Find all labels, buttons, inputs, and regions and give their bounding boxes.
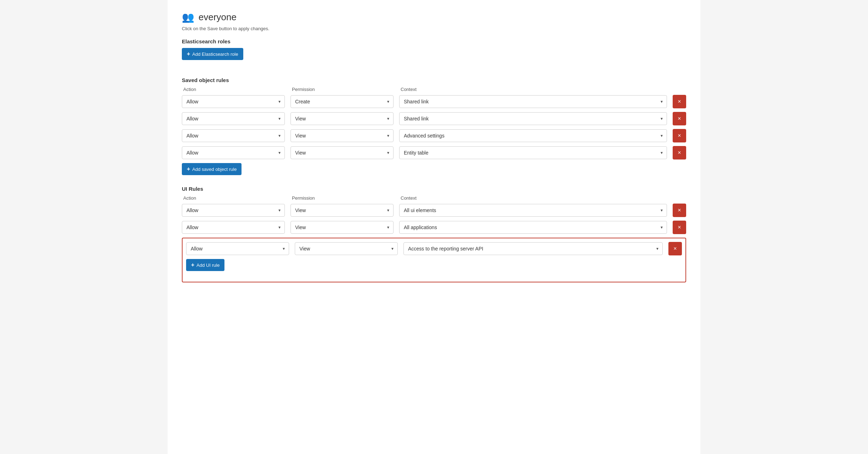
delete-rule-button[interactable]: × [673, 146, 686, 160]
group-icon: 👥 [182, 11, 194, 23]
action-col-header: Action [183, 195, 286, 201]
page-subtitle: Click on the Save button to apply change… [182, 26, 686, 31]
action-select[interactable]: AllowDeny [182, 95, 285, 108]
highlighted-ui-rule-block: AllowDeny ▾ ViewCreateEditDelete ▾ Acces… [182, 238, 686, 282]
action-select[interactable]: AllowDeny [186, 242, 289, 255]
context-select-wrap: Shared linkAdvanced settingsEntity table… [399, 112, 667, 125]
action-select-wrap: AllowDeny ▾ [182, 129, 285, 142]
context-select[interactable]: All ui elementsAll applicationsAccess to… [399, 204, 667, 217]
context-select-wrap: Shared linkAdvanced settingsEntity table… [399, 95, 667, 108]
permission-select-wrap: ViewCreateEditDelete ▾ [291, 129, 394, 142]
permission-select[interactable]: ViewCreateEditDelete [291, 204, 394, 217]
add-saved-object-rule-button[interactable]: + Add saved object rule [182, 163, 242, 175]
permission-col-header: Permission [292, 87, 395, 92]
permission-select[interactable]: ViewCreateEditDelete [291, 221, 394, 234]
elasticsearch-roles-section: Elasticsearch roles + Add Elasticsearch … [182, 38, 686, 67]
action-col-header: Action [183, 87, 286, 92]
ui-rules-title: UI Rules [182, 186, 686, 192]
context-select[interactable]: Entity tableShared linkAdvanced settings [399, 146, 667, 159]
action-select-wrap: AllowDeny ▾ [182, 221, 285, 234]
context-select-wrap: Entity tableShared linkAdvanced settings… [399, 146, 667, 159]
saved-object-rule-row: AllowDeny ▾ ViewCreateEditDelete ▾ Share… [182, 112, 686, 125]
context-col-header: Context [401, 87, 685, 92]
ui-rule-row: AllowDeny ▾ ViewCreateEditDelete ▾ All a… [182, 221, 686, 234]
context-select[interactable]: Shared linkAdvanced settingsEntity table [399, 112, 667, 125]
permission-select-wrap: CreateViewEditDelete ▾ [291, 95, 394, 108]
action-select[interactable]: AllowDeny [182, 204, 285, 217]
action-select-wrap: AllowDeny ▾ [186, 242, 289, 255]
permission-col-header: Permission [292, 195, 395, 201]
add-saved-object-rule-label: Add saved object rule [192, 167, 237, 172]
context-select-wrap: All ui elementsAll applicationsAccess to… [399, 204, 667, 217]
permission-select[interactable]: ViewCreateEditDelete [295, 242, 398, 255]
delete-rule-button[interactable]: × [673, 221, 686, 234]
permission-select-wrap: ViewCreateEditDelete ▾ [291, 112, 394, 125]
saved-object-rules-title: Saved object rules [182, 77, 686, 83]
add-elasticsearch-role-label: Add Elasticsearch role [192, 52, 238, 57]
context-select[interactable]: Access to the reporting server APIAll ui… [403, 242, 663, 255]
ui-rule-row-highlighted: AllowDeny ▾ ViewCreateEditDelete ▾ Acces… [186, 242, 682, 255]
main-page: 👥 everyone Click on the Save button to a… [168, 0, 700, 454]
action-select-wrap: AllowDeny ▾ [182, 146, 285, 159]
page-title: everyone [199, 12, 237, 23]
delete-rule-button[interactable]: × [673, 112, 686, 125]
context-col-header: Context [401, 195, 685, 201]
action-select-wrap: AllowDeny ▾ [182, 204, 285, 217]
action-select[interactable]: AllowDeny [182, 112, 285, 125]
permission-select-wrap: ViewCreateEditDelete ▾ [291, 146, 394, 159]
permission-select[interactable]: ViewCreateEditDelete [291, 146, 394, 159]
saved-object-rule-row: AllowDeny ▾ CreateViewEditDelete ▾ Share… [182, 95, 686, 108]
add-ui-rule-wrapper: + Add UI rule [186, 259, 682, 278]
page-header: 👥 everyone [182, 11, 686, 23]
add-ui-rule-label: Add UI rule [196, 263, 219, 268]
action-select[interactable]: AllowDeny [182, 146, 285, 159]
permission-select-wrap: ViewCreateEditDelete ▾ [291, 221, 394, 234]
delete-rule-button[interactable]: × [673, 95, 686, 108]
action-select[interactable]: AllowDeny [182, 129, 285, 142]
action-select-wrap: AllowDeny ▾ [182, 112, 285, 125]
plus-icon: + [187, 51, 190, 57]
add-elasticsearch-role-button[interactable]: + Add Elasticsearch role [182, 48, 243, 60]
action-select-wrap: AllowDeny ▾ [182, 95, 285, 108]
context-select-wrap: All applicationsAll ui elementsAccess to… [399, 221, 667, 234]
delete-rule-button[interactable]: × [668, 242, 682, 255]
ui-rule-row: AllowDeny ▾ ViewCreateEditDelete ▾ All u… [182, 204, 686, 217]
plus-icon: + [191, 262, 194, 268]
permission-select[interactable]: ViewCreateEditDelete [291, 129, 394, 142]
ui-rules-section: UI Rules Action Permission Context Allow… [182, 186, 686, 282]
saved-object-rules-section: Saved object rules Action Permission Con… [182, 77, 686, 182]
saved-object-rules-col-headers: Action Permission Context [182, 87, 686, 92]
saved-object-rule-row: AllowDeny ▾ ViewCreateEditDelete ▾ Advan… [182, 129, 686, 142]
context-select[interactable]: Advanced settingsShared linkEntity table [399, 129, 667, 142]
add-ui-rule-button[interactable]: + Add UI rule [186, 259, 224, 271]
saved-object-rule-row: AllowDeny ▾ ViewCreateEditDelete ▾ Entit… [182, 146, 686, 160]
elasticsearch-roles-title: Elasticsearch roles [182, 38, 686, 44]
permission-select-wrap: ViewCreateEditDelete ▾ [295, 242, 398, 255]
delete-rule-button[interactable]: × [673, 129, 686, 142]
ui-rules-col-headers: Action Permission Context [182, 195, 686, 201]
permission-select-wrap: ViewCreateEditDelete ▾ [291, 204, 394, 217]
plus-icon: + [187, 166, 190, 172]
permission-select[interactable]: ViewCreateEditDelete [291, 112, 394, 125]
context-select[interactable]: All applicationsAll ui elementsAccess to… [399, 221, 667, 234]
context-select[interactable]: Shared linkAdvanced settingsEntity table [399, 95, 667, 108]
context-select-wrap: Access to the reporting server APIAll ui… [403, 242, 663, 255]
permission-select[interactable]: CreateViewEditDelete [291, 95, 394, 108]
context-select-wrap: Advanced settingsShared linkEntity table… [399, 129, 667, 142]
delete-rule-button[interactable]: × [673, 204, 686, 217]
action-select[interactable]: AllowDeny [182, 221, 285, 234]
